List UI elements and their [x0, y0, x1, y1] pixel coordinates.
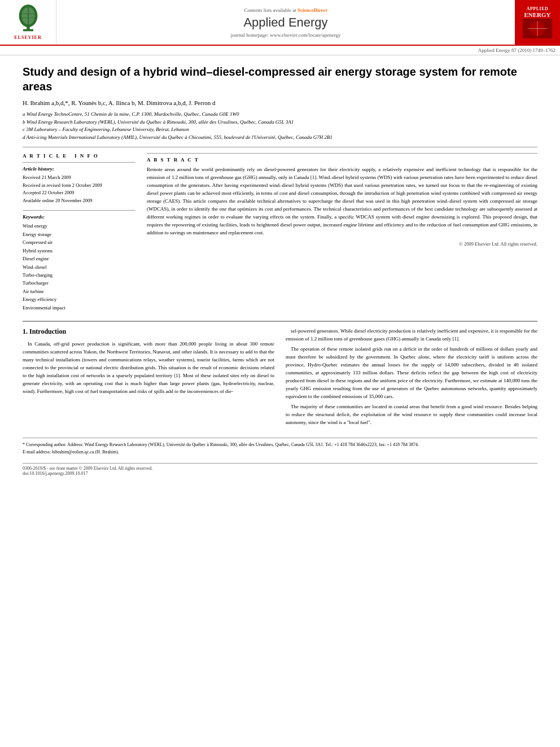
keyword-5: Diesel engine	[23, 255, 135, 263]
available-online-date: Available online 20 November 2009	[23, 197, 135, 205]
affiliation-c: c 3M Laboratory – Faculty of Engineering…	[23, 126, 537, 134]
elsevier-brand-text: ELSEVIER	[11, 35, 45, 40]
divider-1	[23, 147, 537, 147]
article-dates: Received 21 March 2009 Received in revis…	[23, 174, 135, 204]
keyword-9: Air turbine	[23, 287, 135, 295]
authors: H. Ibrahim a,b,d,*, R. Younès b,c, A. Il…	[23, 99, 537, 106]
svg-rect-6	[23, 29, 33, 32]
keywords-list: Wind energy Energy storage Compressed ai…	[23, 222, 135, 312]
affiliation-a: a Wind Energy TechnoCentre, 51 Chemin de…	[23, 111, 537, 119]
intro-right-para-1: sel-powered generators. While diesel ele…	[286, 327, 537, 343]
intro-columns: 1. Introduction In Canada, off-grid powe…	[23, 327, 537, 429]
affiliation-b: b Wind Energy Research Laboratory (WERL)…	[23, 119, 537, 126]
sciencedirect-prefix: Contents lists available at	[244, 7, 296, 13]
abstract-text: Remote areas around the world predominan…	[147, 166, 537, 237]
article-history-label: Article history:	[23, 166, 135, 172]
main-content: Study and design of a hybrid wind–diesel…	[0, 55, 560, 485]
footnote-email: E-mail address: hibrahim@eolien.qc.ca (H…	[23, 449, 537, 456]
sciencedirect-line: Contents lists available at ScienceDirec…	[62, 7, 509, 13]
doi-line: doi:10.1016/j.apenergy.2009.10.017	[23, 471, 537, 476]
left-column: A R T I C L E I N F O Article history: R…	[23, 153, 135, 312]
article-title: Study and design of a hybrid wind–diesel…	[23, 64, 537, 94]
article-info-abstract: A R T I C L E I N F O Article history: R…	[23, 153, 537, 312]
sciencedirect-link[interactable]: ScienceDirect	[298, 7, 327, 13]
abstract-section: A B S T R A C T Remote areas around the …	[147, 153, 537, 247]
keywords-label: Keywords:	[23, 214, 135, 220]
received-revised-date: Received in revised form 2 October 2009	[23, 182, 135, 190]
keyword-4: Hybrid systems	[23, 247, 135, 255]
keyword-8: Turbocharger	[23, 279, 135, 287]
badge-graphic	[520, 19, 554, 38]
affiliation-d: d Anti-icing Materials International Lab…	[23, 134, 537, 142]
keyword-1: Wind energy	[23, 222, 135, 230]
badge-line2: ENERGY	[524, 11, 550, 19]
journal-header: ELSEVIER Contents lists available at Sci…	[0, 0, 560, 46]
keywords-section: Keywords: Wind energy Energy storage Com…	[23, 210, 135, 312]
bottom-bar: 0306-2619/$ - see front matter © 2009 El…	[23, 463, 537, 476]
keyword-2: Energy storage	[23, 230, 135, 238]
journal-title-block: Contents lists available at ScienceDirec…	[56, 0, 515, 45]
abstract-label: A B S T R A C T	[147, 157, 537, 163]
citation-line: Applied Energy 87 (2010) 1749–1762	[0, 46, 560, 55]
accepted-date: Accepted 22 October 2009	[23, 189, 135, 197]
keyword-6: Wind–diesel	[23, 263, 135, 271]
introduction-section: 1. Introduction In Canada, off-grid powe…	[23, 321, 537, 429]
footnote-area: * Corresponding author. Address: Wind En…	[23, 438, 537, 456]
journal-homepage: journal homepage: www.elsevier.com/locat…	[62, 32, 509, 38]
article-info-box: Article history: Received 21 March 2009 …	[23, 162, 135, 204]
copyright-line: © 2009 Elsevier Ltd. All rights reserved…	[147, 241, 537, 247]
badge-line1: APPLIED	[527, 6, 549, 11]
affiliations: a Wind Energy TechnoCentre, 51 Chemin de…	[23, 111, 537, 141]
keyword-7: Turbo-charging	[23, 271, 135, 279]
intro-left-text: In Canada, off-grid power production is …	[23, 340, 274, 396]
intro-para-1: In Canada, off-grid power production is …	[23, 340, 274, 396]
keyword-3: Compressed air	[23, 238, 135, 246]
issn-line: 0306-2619/$ - see front matter © 2009 El…	[23, 466, 537, 471]
keyword-10: Energy efficiency	[23, 295, 135, 303]
elsevier-logo: ELSEVIER	[0, 0, 56, 45]
applied-energy-badge: APPLIED ENERGY	[515, 0, 560, 45]
intro-heading: 1. Introduction	[23, 327, 274, 336]
journal-name: Applied Energy	[62, 15, 509, 30]
footnote-star: * Corresponding author. Address: Wind En…	[23, 442, 537, 449]
intro-right-para-3: The majority of these communities are lo…	[286, 403, 537, 427]
intro-right-text: sel-powered generators. While diesel ele…	[286, 327, 537, 426]
received-date: Received 21 March 2009	[23, 174, 135, 182]
intro-right-para-2: The operation of these remote isolated g…	[286, 346, 537, 401]
intro-right-col: sel-powered generators. While diesel ele…	[286, 327, 537, 429]
right-column: A B S T R A C T Remote areas around the …	[147, 153, 537, 312]
intro-left-col: 1. Introduction In Canada, off-grid powe…	[23, 327, 274, 429]
article-info-section-label: A R T I C L E I N F O	[23, 153, 135, 159]
keyword-11: Environmental impact	[23, 304, 135, 312]
